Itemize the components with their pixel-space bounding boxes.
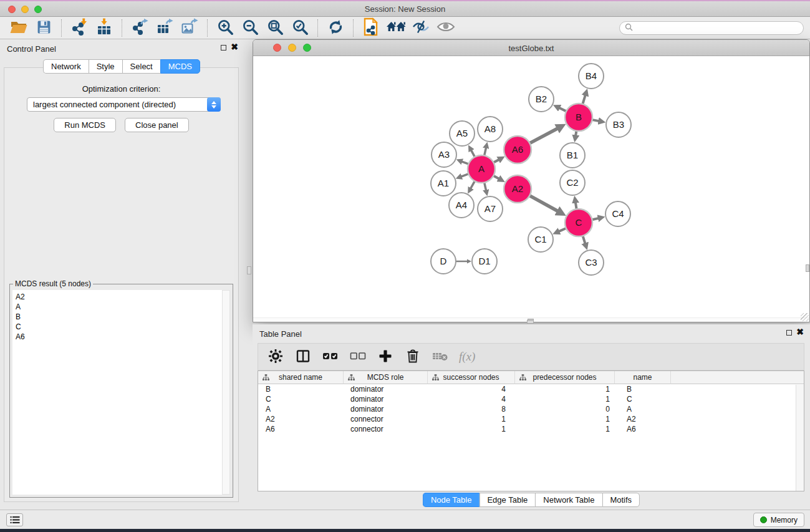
zoom-selected-button[interactable] xyxy=(287,18,312,38)
table-row[interactable]: Bdominator41B xyxy=(258,384,804,394)
refresh-button[interactable] xyxy=(323,18,348,38)
edge-B-B4[interactable] xyxy=(582,94,586,105)
splitter-handle-right[interactable] xyxy=(806,264,809,272)
task-history-button[interactable] xyxy=(6,513,23,526)
memory-button[interactable]: Memory xyxy=(753,513,804,527)
graph-node-A6[interactable]: A6 xyxy=(504,136,531,163)
graph-node-A5[interactable]: A5 xyxy=(450,121,475,146)
graph-node-A7[interactable]: A7 xyxy=(478,196,503,221)
graph-node-C2[interactable]: C2 xyxy=(560,170,585,195)
graph-node-B1[interactable]: B1 xyxy=(560,143,585,168)
splitter-handle-bottom[interactable] xyxy=(527,320,534,324)
tab-select[interactable]: Select xyxy=(122,59,160,74)
table-cell[interactable]: 1 xyxy=(428,424,515,434)
edge-A2-C[interactable] xyxy=(529,195,559,211)
tab-edge-table[interactable]: Edge Table xyxy=(479,493,535,507)
graph-node-C[interactable]: C xyxy=(565,209,592,236)
graph-node-D1[interactable]: D1 xyxy=(472,249,497,274)
column-view-button[interactable] xyxy=(294,347,312,367)
table-vscrollbar[interactable] xyxy=(796,385,804,491)
graph-node-A2[interactable]: A2 xyxy=(504,175,531,203)
zoom-fit-button[interactable] xyxy=(263,18,287,38)
network-canvas[interactable]: B4B2BB3A8A5A6A3B1AA1C2A2A4A7C4CC1C3DD1 xyxy=(253,56,809,317)
table-float-panel-icon[interactable] xyxy=(786,330,792,336)
export-table-button[interactable] xyxy=(152,18,177,38)
graph-node-C3[interactable]: C3 xyxy=(579,250,604,275)
tab-network[interactable]: Network xyxy=(43,59,89,74)
graph-node-A1[interactable]: A1 xyxy=(431,171,456,196)
table-cell[interactable]: dominator xyxy=(344,384,428,394)
tab-motifs[interactable]: Motifs xyxy=(602,493,640,507)
table-cell[interactable]: 1 xyxy=(515,424,615,434)
mcds-result-scrollbar[interactable] xyxy=(222,290,230,495)
zoom-in-button[interactable] xyxy=(213,18,238,38)
column-header-MCDS-role[interactable]: MCDS role xyxy=(344,371,428,384)
column-header-name[interactable]: name xyxy=(615,371,671,384)
graph-node-D[interactable]: D xyxy=(431,249,456,274)
table-cell[interactable] xyxy=(671,424,804,434)
close-panel-button[interactable]: Close panel xyxy=(125,118,189,132)
mcds-result-item[interactable]: C xyxy=(16,322,219,332)
graph-node-B3[interactable]: B3 xyxy=(606,112,631,137)
graph-node-A[interactable]: A xyxy=(468,155,495,183)
settings-gear-button[interactable] xyxy=(267,347,284,367)
table-row[interactable]: A6connector11A6 xyxy=(258,424,804,434)
import-network-button[interactable] xyxy=(67,18,92,38)
table-close-panel-icon[interactable]: ✖ xyxy=(796,327,804,337)
edge-C-C3[interactable] xyxy=(582,235,586,244)
document-network-button[interactable] xyxy=(359,18,383,38)
table-cell[interactable]: dominator xyxy=(344,394,428,404)
table-cell[interactable] xyxy=(671,384,804,394)
graph-node-A4[interactable]: A4 xyxy=(449,193,474,218)
tab-mcds[interactable]: MCDS xyxy=(160,59,200,74)
table-cell[interactable]: A2 xyxy=(258,414,344,424)
table-cell[interactable] xyxy=(671,404,804,414)
tab-node-table[interactable]: Node Table xyxy=(423,493,480,507)
table-cell[interactable]: dominator xyxy=(344,404,428,414)
delete-table-button[interactable] xyxy=(432,347,449,367)
table-cell[interactable]: 0 xyxy=(515,404,615,414)
graph-node-C4[interactable]: C4 xyxy=(605,201,630,226)
eye-button[interactable] xyxy=(433,18,458,38)
column-header-predecessor-nodes[interactable]: predecessor nodes xyxy=(515,371,615,384)
table-cell[interactable]: 1 xyxy=(515,394,615,404)
deselect-all-button[interactable] xyxy=(349,347,367,367)
column-header-shared-name[interactable]: shared name xyxy=(258,371,344,384)
import-table-button[interactable] xyxy=(92,18,117,38)
mcds-result-list[interactable]: A2ABCA6 xyxy=(12,290,222,495)
network-graph[interactable]: B4B2BB3A8A5A6A3B1AA1C2A2A4A7C4CC1C3DD1 xyxy=(253,56,809,317)
export-network-button[interactable] xyxy=(127,18,152,38)
graph-node-B[interactable]: B xyxy=(565,104,592,131)
column-header-filler[interactable] xyxy=(671,371,804,384)
float-panel-icon[interactable] xyxy=(221,45,226,51)
graph-node-B4[interactable]: B4 xyxy=(579,64,604,89)
graph-node-A8[interactable]: A8 xyxy=(478,117,503,142)
table-cell[interactable]: 1 xyxy=(515,414,615,424)
function-builder-button[interactable]: f(x) xyxy=(459,350,475,364)
edge-A-A7[interactable] xyxy=(484,182,486,191)
table-cell[interactable]: B xyxy=(258,384,344,394)
table-cell[interactable]: A6 xyxy=(258,424,344,434)
edge-A-A4[interactable] xyxy=(470,180,475,189)
table-row[interactable]: Adominator80A xyxy=(258,404,804,414)
table-cell[interactable] xyxy=(671,394,804,404)
mcds-result-item[interactable]: A6 xyxy=(16,332,219,342)
graph-node-A3[interactable]: A3 xyxy=(432,142,456,167)
table-cell[interactable]: 4 xyxy=(428,384,515,394)
table-cell[interactable]: A2 xyxy=(615,414,671,424)
table-row[interactable]: Cdominator41C xyxy=(258,394,804,404)
optimization-criterion-select[interactable]: largest connected component (directed) xyxy=(27,97,221,112)
mcds-result-item[interactable]: B xyxy=(16,312,219,322)
resize-grip-icon[interactable] xyxy=(801,313,809,321)
edge-A6-B[interactable] xyxy=(529,128,559,143)
mcds-result-item[interactable]: A xyxy=(16,302,219,312)
edge-B-B2[interactable] xyxy=(559,107,567,112)
zoom-out-button[interactable] xyxy=(238,18,263,38)
select-all-button[interactable] xyxy=(322,347,339,367)
table-cell[interactable] xyxy=(671,414,804,424)
export-image-button[interactable] xyxy=(177,18,202,38)
tab-style[interactable]: Style xyxy=(89,59,122,74)
table-cell[interactable]: 1 xyxy=(428,414,515,424)
edge-A-A8[interactable] xyxy=(484,147,486,157)
open-button[interactable] xyxy=(6,18,31,38)
